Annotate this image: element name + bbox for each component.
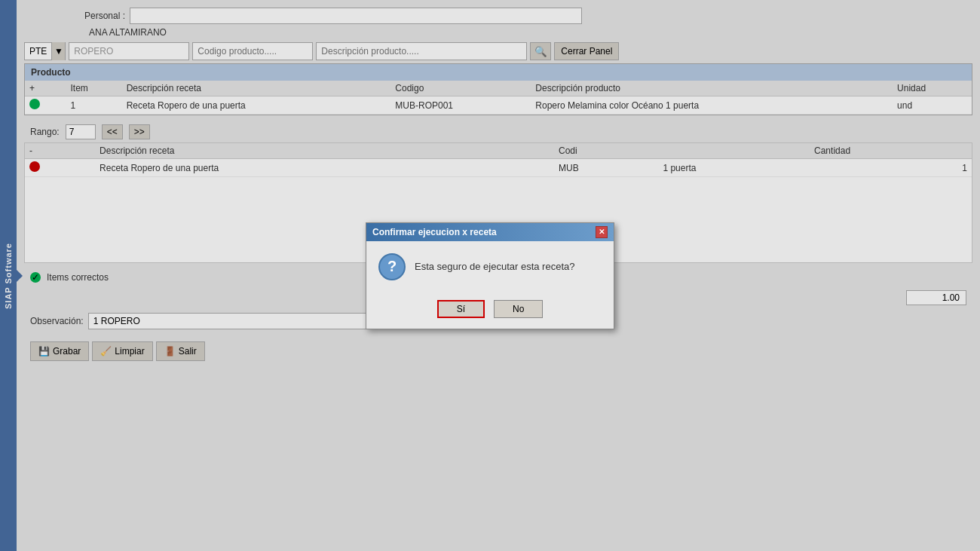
modal-question-icon: ? bbox=[378, 253, 406, 280]
modal-overlay: Confirmar ejecucion x receta ✕ ? Esta se… bbox=[0, 0, 980, 551]
modal-title: Confirmar ejecucion x receta bbox=[372, 227, 497, 237]
modal-no-button[interactable]: No bbox=[494, 300, 543, 318]
modal-message: Esta seguro de ejecutar esta receta? bbox=[415, 261, 574, 272]
modal-titlebar: Confirmar ejecucion x receta ✕ bbox=[366, 223, 614, 241]
modal-buttons: Sí No bbox=[366, 292, 614, 329]
confirm-modal: Confirmar ejecucion x receta ✕ ? Esta se… bbox=[366, 222, 614, 329]
modal-body: ? Esta seguro de ejecutar esta receta? bbox=[366, 241, 614, 292]
modal-close-button[interactable]: ✕ bbox=[596, 226, 608, 238]
modal-yes-button[interactable]: Sí bbox=[437, 300, 485, 318]
